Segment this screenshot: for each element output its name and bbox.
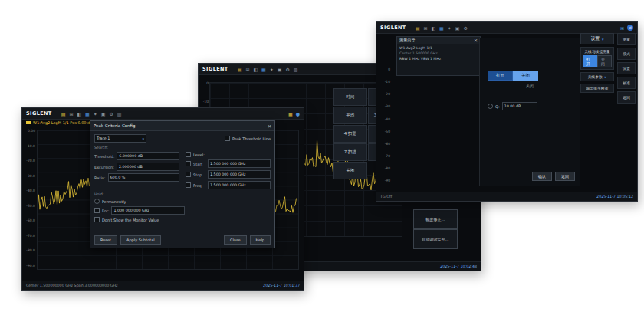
- y-axis-tick: -80.0: [24, 249, 35, 253]
- display-icon[interactable]: ▦: [288, 111, 293, 117]
- status-datetime: 2025-11-7 10:01:37: [263, 284, 300, 288]
- field-label: Ratio:: [94, 176, 106, 180]
- edge-menu-item[interactable]: 测量: [617, 33, 636, 45]
- toolbar-icon[interactable]: ▤: [416, 25, 420, 31]
- field-input[interactable]: 2.000000 dB: [117, 163, 179, 171]
- monitor-checkbox[interactable]: [94, 217, 100, 222]
- toolbar-icon[interactable]: ▤: [61, 111, 66, 117]
- close-icon[interactable]: ✕: [268, 123, 271, 129]
- window-analyzer-peak[interactable]: SIGLENT ▤⊞◧▦✦▣⚙▥ ▦ ● W1:Avg2 LogM 1/1 Po…: [21, 107, 304, 291]
- toolbar-icon[interactable]: ▤: [238, 67, 242, 72]
- edge-menu-item[interactable]: 返回: [617, 91, 636, 104]
- for-checkbox[interactable]: [94, 208, 100, 213]
- brand-logo: SIGLENT: [202, 66, 228, 72]
- field-input[interactable]: 6.000000 dB: [117, 152, 179, 160]
- toolbar-icon[interactable]: ✦: [270, 67, 274, 72]
- toggle-on-option[interactable]: 打开: [488, 71, 513, 80]
- edge-menu-item[interactable]: 模式: [617, 48, 636, 60]
- y-axis-tick: 0: [380, 68, 390, 72]
- toolbar: ▤⊞◧▦✦▣⚙: [416, 25, 468, 31]
- toggle-off-option[interactable]: 关闭: [597, 55, 612, 67]
- toolbar-icon[interactable]: ◧: [431, 25, 435, 31]
- chevron-down-icon: ▾: [602, 37, 604, 41]
- settings-item[interactable]: 天线参数 ▸: [580, 72, 614, 81]
- toggle-off-option[interactable]: 关闭: [513, 71, 538, 80]
- toolbar-icon[interactable]: ⊞: [69, 111, 73, 117]
- trace-select[interactable]: Trace 1 ▾: [94, 134, 146, 143]
- y-axis-labels: 0.00-10.0-20.0-30.0-40.0-50.0-60.0-70.0-…: [24, 130, 35, 268]
- close-icon[interactable]: ✕: [474, 38, 478, 43]
- toolbar-icon[interactable]: ✦: [448, 25, 452, 31]
- threshold-checkbox[interactable]: [225, 136, 230, 141]
- toolbar-icon[interactable]: ▣: [278, 67, 282, 72]
- user-avatar[interactable]: d: [627, 25, 633, 31]
- settings-menu: 设置 ▾ 天线与线缆测量 ▸ 打开 关闭: [580, 33, 614, 93]
- dialog-title: Peak Criteria Config: [94, 123, 136, 128]
- level-row-checkbox[interactable]: [186, 182, 191, 188]
- field-label: Excursion:: [94, 165, 114, 169]
- window-analyzer-settings[interactable]: SIGLENT ▤⊞◧▦✦▣⚙ ⊞ d 测量向导 ✕ W1:Avg2 LogM …: [376, 21, 638, 202]
- mode-grid-cell[interactable]: 4 扫宽: [334, 125, 367, 143]
- toolbar-icon[interactable]: ▦: [439, 25, 444, 31]
- settings-header[interactable]: 设置 ▾: [580, 33, 614, 44]
- mode-grid-cell[interactable]: 时间: [334, 88, 367, 106]
- apply-button[interactable]: Apply Subtotal: [120, 235, 161, 245]
- toolbar-icon[interactable]: ⚙: [285, 67, 289, 72]
- status-datetime: 2025-11-7 10:02:48: [440, 264, 477, 268]
- frequency-input[interactable]: 1.500 000 000 GHz: [208, 181, 271, 189]
- toggle-on-option[interactable]: 打开: [583, 55, 597, 67]
- dialog-body: Trace 1 ▾ Peak Threshold Line Search:: [90, 131, 274, 225]
- toolbar-icon[interactable]: ▣: [101, 111, 106, 117]
- toolbar-icon[interactable]: ▣: [455, 25, 460, 31]
- mode-grid-cell[interactable]: 平均: [334, 107, 367, 124]
- toolbar-icon[interactable]: ◧: [77, 111, 81, 117]
- edge-menu-item[interactable]: 设置: [617, 62, 636, 74]
- field-input[interactable]: 600.0 %: [108, 173, 179, 182]
- auto-tune-monitor-button[interactable]: 自动调谐监控…: [413, 229, 458, 249]
- frequency-input[interactable]: 1.500 000 000 GHz: [208, 170, 271, 179]
- frequency-input[interactable]: 1.500 000 000 GHz: [208, 159, 271, 168]
- mode-grid-cell[interactable]: 7 扫描: [334, 143, 367, 161]
- level-checkbox[interactable]: [186, 152, 191, 157]
- toolbar-icon[interactable]: ▥: [294, 67, 298, 72]
- y-axis-tick: 0.00: [24, 130, 35, 133]
- trace-color-swatch: [26, 121, 31, 124]
- settings-item[interactable]: 输出电平校准 ▸: [580, 84, 614, 93]
- toolbar-icon[interactable]: ⊞: [245, 67, 249, 72]
- on-off-toggle[interactable]: 打开 关闭: [583, 55, 612, 67]
- info-row: W1:Avg2 LogM 1/1: [399, 46, 478, 50]
- toolbar-icon[interactable]: ◧: [253, 67, 258, 72]
- reset-button[interactable]: Reset: [94, 235, 117, 245]
- toolbar-icon[interactable]: ▥: [117, 111, 122, 117]
- toolbar-icon[interactable]: ⚙: [109, 111, 113, 117]
- level-row-checkbox[interactable]: [186, 161, 191, 166]
- lock-icon[interactable]: ●: [296, 111, 300, 117]
- display-grid-icon[interactable]: ⊞: [620, 25, 624, 31]
- edge-menu-item[interactable]: 校准: [617, 77, 636, 89]
- field-label: Stop: [193, 172, 205, 177]
- settings-item[interactable]: 天线与线缆测量 ▸ 打开 关闭: [580, 47, 614, 70]
- q-radio[interactable]: [488, 104, 493, 109]
- help-button[interactable]: Help: [250, 235, 271, 245]
- brand-logo: SIGLENT: [380, 25, 406, 31]
- amplitude-correction-button[interactable]: 幅度修正…: [413, 209, 458, 229]
- mode-grid-cell[interactable]: 关闭: [334, 162, 367, 179]
- back-button[interactable]: 返回: [555, 172, 575, 181]
- toolbar-icon[interactable]: ✦: [94, 111, 97, 117]
- close-button[interactable]: Close: [224, 235, 247, 245]
- titlebar-right: ⊞ d: [620, 25, 633, 31]
- y-axis-tick: -10.0: [24, 145, 35, 149]
- permanently-radio[interactable]: [94, 199, 100, 204]
- titlebar: SIGLENT ▤⊞◧▦✦▣⚙▥ ▦ ●: [22, 108, 304, 120]
- toolbar-icon[interactable]: ⊞: [423, 25, 427, 31]
- confirm-button[interactable]: 确认: [532, 172, 552, 181]
- for-value-input[interactable]: 1.000 000 000 GHz: [111, 206, 185, 215]
- toolbar-icon[interactable]: ▦: [261, 67, 266, 72]
- open-close-toggle[interactable]: 打开 关闭: [488, 71, 580, 80]
- status-bar: Center 1.500000000 GHz Span 3.000000000 …: [22, 281, 304, 290]
- q-value-input[interactable]: 10.00 dB: [502, 102, 537, 110]
- dialog-titlebar: Peak Criteria Config ✕: [90, 121, 274, 131]
- toolbar-icon[interactable]: ▦: [85, 111, 90, 117]
- level-row-checkbox[interactable]: [186, 172, 191, 177]
- toolbar-icon[interactable]: ⚙: [463, 25, 467, 31]
